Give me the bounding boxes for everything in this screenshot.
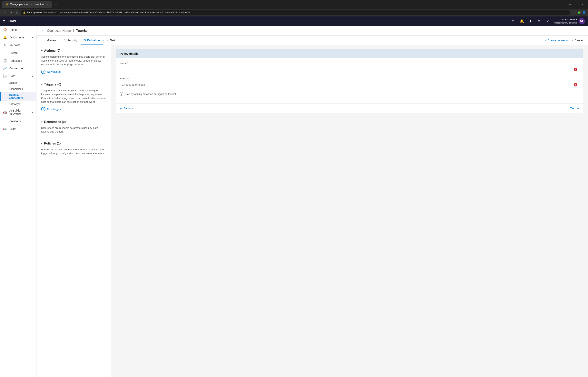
new-trigger-plus-icon: +: [41, 107, 46, 111]
create-connector-icon: ✓: [544, 39, 547, 42]
back-nav-button[interactable]: ←: [2, 10, 7, 15]
triggers-section-title: Triggers (0): [44, 83, 61, 86]
back-button[interactable]: ←: [41, 29, 45, 33]
sidebar-sub-item-entities[interactable]: Entities: [0, 80, 36, 86]
sidebar-label-custom-connectors: Custom connectors: [9, 94, 33, 99]
policies-section-title: Policies (1): [44, 142, 61, 145]
data-icon: 📊: [3, 74, 7, 78]
main-layout: 🏠 Home 🔔 Action items ▾ ↻ My flows ＋ Cre…: [0, 26, 588, 377]
nav-footer: ← Security Test →: [116, 104, 583, 113]
name-input[interactable]: [120, 66, 579, 73]
references-chevron-icon: ▾: [41, 120, 43, 124]
sidebar-sub-item-gateways[interactable]: Gateways: [0, 101, 36, 107]
policy-card-header: Policy details: [116, 49, 583, 58]
create-connector-button[interactable]: ✓ Create connector: [544, 39, 569, 42]
back-to-security-link[interactable]: ← Security: [120, 107, 134, 110]
new-trigger-button[interactable]: + New trigger: [41, 107, 61, 111]
policy-details-card: Policy details Name* !: [116, 49, 583, 113]
action-items-icon: 🔔: [3, 35, 7, 39]
content-area: ← Connector Name | Tutorial 1. General ›…: [36, 26, 588, 377]
template-select[interactable]: Choose a template: [120, 81, 579, 88]
sidebar-item-templates[interactable]: 📋 Templates: [0, 57, 36, 64]
sidebar-item-learn[interactable]: 📖 Learn: [0, 125, 36, 132]
sidebar-label-learn: Learn: [9, 127, 16, 130]
step-general[interactable]: 1. General: [41, 36, 60, 45]
sidebar-item-action-items[interactable]: 🔔 Action items ▾: [0, 34, 36, 41]
new-trigger-label: New trigger: [47, 108, 61, 111]
info-icon: i: [120, 92, 123, 96]
download-icon[interactable]: ⬇: [526, 17, 534, 25]
triggers-chevron-icon: ▾: [41, 83, 43, 86]
policies-section-header[interactable]: ▾ Policies (1): [41, 142, 106, 148]
back-link-label: Security: [124, 107, 134, 110]
create-icon: ＋: [3, 51, 7, 55]
actions-section-desc: Actions determine the operations that us…: [41, 55, 106, 66]
cancel-label: Cancel: [575, 39, 583, 42]
name-required: *: [127, 62, 128, 65]
cancel-button[interactable]: × Cancel: [572, 39, 583, 42]
close-button[interactable]: ×: [580, 0, 586, 8]
sidebar-label-connections: Connections: [9, 87, 23, 90]
sidebar-item-create[interactable]: ＋ Create: [0, 49, 36, 57]
star-icon[interactable]: ☆: [573, 11, 576, 14]
settings-icon[interactable]: ⚙: [535, 17, 543, 25]
policy-card-body: Name* ! Template*: [116, 58, 583, 100]
cancel-icon: ×: [572, 39, 574, 42]
step-security[interactable]: 2. Security: [61, 36, 80, 45]
policies-section-desc: Policies are used to change the behavior…: [41, 148, 106, 155]
smiley-icon[interactable]: ☺: [509, 17, 517, 25]
templates-icon: 📋: [3, 59, 7, 62]
bell-icon[interactable]: 🔔: [518, 17, 526, 25]
new-tab-button[interactable]: +: [53, 2, 58, 6]
section-divider-3: [41, 138, 106, 138]
new-action-button[interactable]: + New action: [41, 70, 61, 74]
address-bar[interactable]: 🔒 https://preview.flow.microsoft.com/man…: [21, 10, 570, 15]
sidebar-item-data[interactable]: 📊 Data ▴: [0, 72, 36, 80]
extensions-icon[interactable]: 🧩: [577, 11, 581, 14]
profile-area: Denzel Pfeifer Microsoft (new default) (…: [554, 18, 585, 24]
name-label: Name*: [120, 62, 579, 65]
sidebar-item-solutions[interactable]: ⬡ Solutions: [0, 117, 36, 125]
tab-close-button[interactable]: ×: [47, 3, 49, 6]
sidebar-item-my-flows[interactable]: ↻ My flows: [0, 41, 36, 49]
breadcrumb-separator: |: [73, 29, 74, 33]
browser-right-icons: ☆ 🧩 👤: [573, 11, 586, 14]
triggers-section-header[interactable]: ▾ Triggers (0): [41, 83, 106, 89]
actions-section-header[interactable]: ▾ Actions (0): [41, 49, 106, 55]
step-definition[interactable]: 3. Definition: [81, 36, 103, 45]
sidebar-label-entities: Entities: [9, 81, 17, 84]
home-icon: 🏠: [3, 28, 7, 32]
app-logo: Flow: [8, 19, 16, 23]
sidebar-item-home[interactable]: 🏠 Home: [0, 26, 36, 34]
refresh-button[interactable]: ↻: [15, 10, 19, 15]
top-bar: ≡ Flow ☺ 🔔 ⬇ ⚙ ? Denzel Pfeifer Microsof…: [0, 16, 588, 26]
sidebar-label-templates: Templates: [9, 59, 22, 62]
profile-icon[interactable]: 👤: [582, 11, 586, 14]
ai-builder-icon: 🤖: [3, 110, 7, 114]
minimize-button[interactable]: ─: [567, 0, 574, 8]
info-message: i Start by adding an action or trigger o…: [120, 92, 579, 96]
avatar[interactable]: DP: [579, 18, 585, 24]
step-test[interactable]: 4. Test: [104, 36, 118, 45]
sidebar-sub-item-connections[interactable]: Connections: [0, 86, 36, 92]
forward-nav-button[interactable]: →: [9, 10, 13, 15]
template-required: *: [130, 77, 131, 80]
go-to-test-link[interactable]: Test →: [570, 107, 579, 110]
help-icon[interactable]: ?: [544, 17, 552, 25]
left-panel: ▾ Actions (0) Actions determine the oper…: [36, 45, 111, 377]
forward-arrow: →: [576, 107, 579, 110]
hamburger-icon[interactable]: ≡: [3, 19, 5, 23]
references-section-header[interactable]: ▾ References (0): [41, 120, 106, 126]
sidebar-sub-item-custom-connectors[interactable]: Custom connectors: [0, 92, 36, 101]
name-error-icon: !: [574, 68, 577, 71]
maximize-button[interactable]: □: [574, 0, 580, 8]
actions-section: ▾ Actions (0) Actions determine the oper…: [41, 49, 106, 75]
sidebar-label-ai-builder: AI Builder (preview): [9, 109, 30, 115]
url-text: https://preview.flow.microsoft.com/manag…: [27, 11, 190, 14]
actions-chevron-icon: ▾: [41, 49, 43, 52]
section-divider-2: [41, 116, 106, 116]
browser-tab[interactable]: ⚡ Manage your custom connectors ×: [2, 1, 52, 8]
sidebar-item-ai-builder[interactable]: 🤖 AI Builder (preview) ▾: [0, 107, 36, 117]
triggers-section-desc: Triggers read data in from your connecto…: [41, 89, 106, 104]
sidebar-item-connectors[interactable]: 🔗 Connectors: [0, 64, 36, 72]
